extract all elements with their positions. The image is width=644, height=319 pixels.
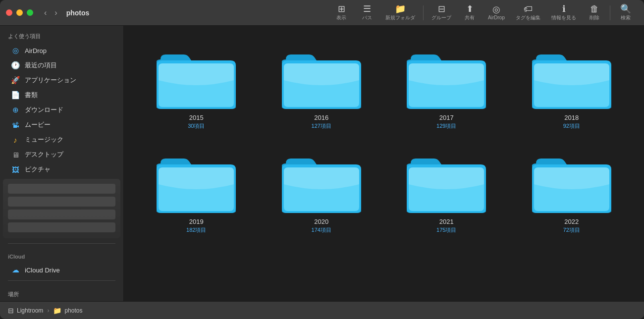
- folder-name-2017: 2017: [439, 114, 454, 121]
- sidebar-item-movies[interactable]: 📽 ムービー: [3, 118, 120, 132]
- folder-item-2017[interactable]: 2017 129項目: [389, 41, 504, 135]
- breadcrumb-parent[interactable]: ⊟ Lightroom: [8, 307, 43, 315]
- sidebar-label-applications: アプリケーション: [25, 76, 76, 85]
- sidebar-section-locations: 場所: [0, 284, 123, 301]
- folder-count-2015: 30項目: [188, 122, 205, 130]
- toolbar-divider-1: [423, 5, 424, 20]
- documents-sidebar-icon: 📄: [11, 91, 20, 100]
- breadcrumb-current-label: photos: [64, 307, 82, 314]
- sidebar-label-pictures: ピクチャ: [25, 165, 51, 174]
- sidebar-label-music: ミュージック: [25, 135, 63, 144]
- traffic-lights: [6, 9, 33, 16]
- sidebar-item-music[interactable]: ♪ ミュージック: [3, 133, 120, 147]
- minimize-button[interactable]: [16, 9, 23, 16]
- sidebar-item-pictures[interactable]: 🖼 ピクチャ: [3, 162, 120, 176]
- folder-item-2015[interactable]: 2015 30項目: [139, 41, 254, 135]
- toolbar-search[interactable]: 🔍 検索: [613, 2, 638, 23]
- folder-count-2022: 72項目: [563, 226, 580, 234]
- new-folder-icon: 📁: [395, 4, 406, 13]
- folder-item-2022[interactable]: 2022 72項目: [514, 145, 630, 239]
- folder-name-2016: 2016: [314, 114, 328, 121]
- sidebar-section-favorites: よく使う項目: [0, 26, 123, 43]
- folder-item-2018[interactable]: 2018 92項目: [514, 41, 630, 135]
- sidebar-item-applications[interactable]: 🚀 アプリケーション: [3, 73, 120, 87]
- maximize-button[interactable]: [27, 9, 33, 16]
- folder-item-2020[interactable]: 2020 174項目: [264, 145, 379, 239]
- toolbar-info[interactable]: ℹ 情報を見る: [546, 2, 581, 23]
- content-area: よく使う項目 ◎ AirDrop 🕐 最近の項目 🚀 アプリケーション 📄 書類…: [0, 26, 644, 301]
- search-icon: 🔍: [620, 4, 631, 13]
- window-title: photos: [66, 9, 90, 17]
- sidebar-item-recents[interactable]: 🕐 最近の項目: [3, 58, 120, 72]
- sidebar-item-downloads[interactable]: ⊕ ダウンロード: [3, 103, 120, 117]
- sidebar-label-desktop: デスクトップ: [25, 150, 63, 159]
- info-icon: ℹ: [562, 4, 566, 13]
- toolbar-group[interactable]: ⊟ グループ: [427, 2, 456, 23]
- toolbar-divider-2: [610, 5, 610, 20]
- share-icon: ⬆: [466, 4, 474, 13]
- sidebar-item-documents[interactable]: 📄 書類: [3, 88, 120, 102]
- sidebar-blurred-row-3: [8, 210, 115, 219]
- lightroom-icon: ⊟: [8, 307, 14, 315]
- recents-sidebar-icon: 🕐: [11, 61, 20, 70]
- folder-count-2021: 175項目: [436, 226, 456, 234]
- breadcrumb-parent-label: Lightroom: [17, 307, 43, 314]
- music-sidebar-icon: ♪: [11, 136, 20, 144]
- folder-icon-2017: [407, 46, 486, 110]
- delete-icon: 🗑: [590, 4, 599, 13]
- sidebar-item-desktop[interactable]: 🖥 デスクトップ: [3, 148, 120, 161]
- sidebar-blurred-area: [3, 179, 120, 238]
- toolbar-tags[interactable]: 🏷 タグを編集: [511, 2, 545, 23]
- toolbar-path[interactable]: ☰ パス: [355, 2, 379, 23]
- folder-name-2015: 2015: [189, 114, 204, 121]
- airdrop-icon: ◎: [492, 5, 500, 14]
- sidebar-item-icloud-drive[interactable]: ☁ iCloud Drive: [3, 263, 120, 277]
- sidebar-divider-icloud: [8, 243, 115, 244]
- sidebar: よく使う項目 ◎ AirDrop 🕐 最近の項目 🚀 アプリケーション 📄 書類…: [0, 26, 124, 301]
- titlebar: ‹ › photos ⊞ 表示 ☰ パス 📁 新規フォルダ ⊟ グループ: [0, 0, 644, 26]
- nav-back-button[interactable]: ‹: [41, 7, 50, 18]
- breadcrumb-current[interactable]: 📁 photos: [53, 307, 82, 315]
- folder-name-2021: 2021: [439, 218, 454, 225]
- folder-count-2020: 174項目: [312, 226, 331, 234]
- nav-forward-button[interactable]: ›: [52, 7, 60, 18]
- close-button[interactable]: [6, 9, 12, 16]
- folder-icon-2021: [407, 150, 486, 214]
- sidebar-section-icloud: iCloud: [0, 247, 123, 263]
- folder-item-2021[interactable]: 2021 175項目: [389, 145, 504, 239]
- file-browser: 2015 30項目 2016 127項目 2017 129項目: [124, 26, 644, 301]
- folder-name-2018: 2018: [564, 114, 579, 121]
- folder-item-2019[interactable]: 2019 182項目: [139, 145, 254, 239]
- toolbar: ⊞ 表示 ☰ パス 📁 新規フォルダ ⊟ グループ ⬆ 共有 ◎ A: [329, 2, 638, 23]
- toolbar-share[interactable]: ⬆ 共有: [457, 2, 482, 23]
- sidebar-label-movies: ムービー: [25, 120, 51, 129]
- toolbar-view[interactable]: ⊞ 表示: [329, 2, 354, 23]
- tags-icon: 🏷: [524, 4, 533, 13]
- sidebar-blurred-row-4: [8, 222, 115, 232]
- folder-item-2016[interactable]: 2016 127項目: [264, 41, 379, 135]
- sidebar-label-recents: 最近の項目: [25, 61, 57, 70]
- folder-name-2020: 2020: [314, 218, 328, 225]
- folder-grid: 2015 30項目 2016 127項目 2017 129項目: [134, 36, 634, 244]
- finder-window: ‹ › photos ⊞ 表示 ☰ パス 📁 新規フォルダ ⊟ グループ: [0, 0, 644, 319]
- sidebar-item-airdrop[interactable]: ◎ AirDrop: [3, 44, 120, 57]
- folder-icon-2020: [282, 150, 361, 214]
- pictures-sidebar-icon: 🖼: [11, 165, 20, 174]
- sidebar-label-documents: 書類: [25, 91, 38, 100]
- folder-name-2022: 2022: [564, 218, 579, 225]
- folder-icon-2015: [157, 46, 236, 110]
- sidebar-label-icloud-drive: iCloud Drive: [25, 266, 60, 274]
- path-icon: ☰: [363, 4, 371, 13]
- nav-arrows: ‹ ›: [41, 7, 60, 18]
- icloud-drive-sidebar-icon: ☁: [11, 266, 20, 274]
- sidebar-blurred-row-1: [8, 184, 115, 194]
- toolbar-airdrop[interactable]: ◎ AirDrop: [483, 3, 510, 22]
- breadcrumb-separator: ›: [47, 307, 49, 314]
- toolbar-new-folder[interactable]: 📁 新規フォルダ: [380, 2, 420, 23]
- breadcrumb-folder-icon: 📁: [53, 307, 61, 315]
- folder-icon-2019: [157, 150, 236, 214]
- airdrop-sidebar-icon: ◎: [11, 46, 20, 55]
- toolbar-delete[interactable]: 🗑 削除: [582, 2, 607, 23]
- folder-count-2016: 127項目: [312, 122, 331, 130]
- view-icon: ⊞: [338, 4, 345, 13]
